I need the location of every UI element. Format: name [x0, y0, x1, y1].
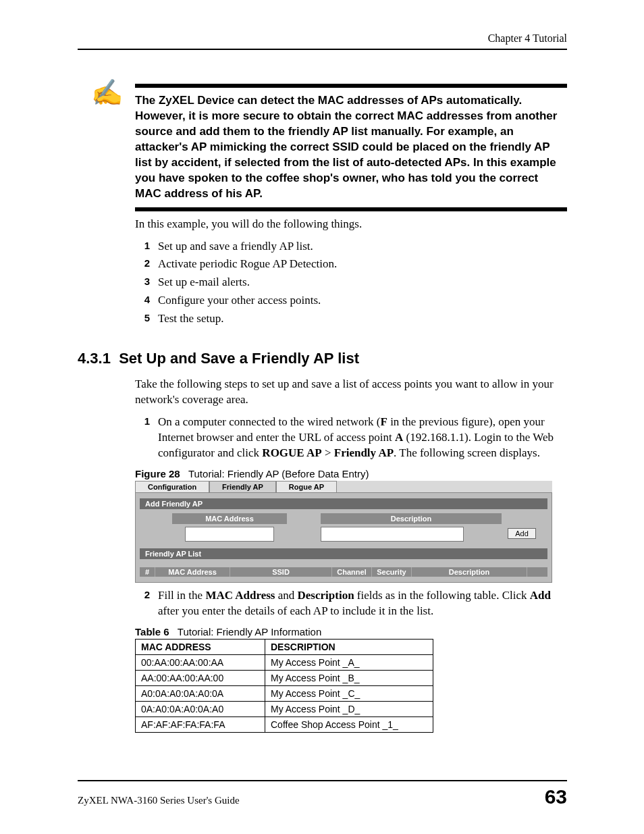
table-row: AF:AF:AF:FA:FA:FACoffee Shop Access Poin…: [136, 716, 433, 732]
note-icon: ✍: [91, 80, 123, 105]
figure-caption: Figure 28 Tutorial: Friendly AP (Before …: [135, 468, 567, 479]
running-header: Chapter 4 Tutorial: [78, 32, 567, 45]
col-header-description: Description: [321, 513, 502, 524]
step-2-text: Fill in the MAC Address and Description …: [158, 588, 567, 619]
list-number: 1: [135, 415, 150, 461]
col-description: Description: [412, 567, 527, 577]
list-number: 3: [135, 275, 150, 290]
section-heading: 4.3.1 Set Up and Save a Friendly AP list: [78, 350, 567, 367]
intro-paragraph: In this example, you will do the followi…: [135, 217, 567, 232]
col-ssid: SSID: [230, 567, 332, 577]
col-channel: Channel: [332, 567, 372, 577]
section-friendly-list: Friendly AP List: [140, 548, 547, 559]
section-add-friendly: Add Friendly AP: [140, 498, 547, 509]
step-1-text: On a computer connected to the wired net…: [158, 415, 567, 461]
list-item: Test the setup.: [158, 311, 567, 327]
col-hash: #: [140, 567, 155, 577]
table-row: AA:00:AA:00:AA:00My Access Point _B_: [136, 670, 433, 685]
col-security: Security: [372, 567, 412, 577]
section-lead: Take the following steps to set up and s…: [135, 377, 567, 408]
list-number: 1: [135, 239, 150, 255]
steps-list: 1 On a computer connected to the wired n…: [135, 415, 567, 461]
list-item: Set up and save a friendly AP list.: [158, 239, 567, 255]
th-mac: MAC ADDRESS: [136, 639, 265, 654]
table-row: A0:0A:A0:0A:A0:0AMy Access Point _C_: [136, 685, 433, 701]
mac-address-input[interactable]: [185, 527, 274, 542]
list-number: 2: [135, 257, 150, 272]
tab-configuration[interactable]: Configuration: [135, 481, 209, 492]
list-number: 4: [135, 293, 150, 309]
section-number: 4.3.1: [78, 350, 111, 367]
list-item: Activate periodic Rogue AP Detection.: [158, 257, 567, 272]
table-row: 0A:A0:0A:A0:0A:A0My Access Point _D_: [136, 701, 433, 716]
table-row: 00:AA:00:AA:00:AAMy Access Point _A_: [136, 654, 433, 670]
callout-text: The ZyXEL Device can detect the MAC addr…: [135, 88, 567, 207]
overview-list: 1Set up and save a friendly AP list. 2Ac…: [135, 239, 567, 328]
add-button[interactable]: Add: [508, 528, 536, 539]
table-caption: Table 6 Tutorial: Friendly AP Informatio…: [135, 626, 567, 637]
tab-rogue-ap[interactable]: Rogue AP: [276, 481, 337, 492]
list-item: Configure your other access points.: [158, 293, 567, 309]
description-input[interactable]: [321, 527, 464, 542]
footer-guide-title: ZyXEL NWA-3160 Series User's Guide: [78, 795, 240, 806]
callout-rule-bottom: [135, 207, 567, 211]
list-header-row: # MAC Address SSID Channel Security Desc…: [140, 567, 547, 577]
header-rule: [78, 49, 567, 50]
footer-rule: [78, 780, 567, 781]
table-6: MAC ADDRESS DESCRIPTION 00:AA:00:AA:00:A…: [135, 639, 433, 733]
list-item: Set up e-mail alerts.: [158, 275, 567, 290]
tab-friendly-ap[interactable]: Friendly AP: [209, 481, 276, 492]
section-title: Set Up and Save a Friendly AP list: [119, 350, 359, 367]
steps-list-cont: 2 Fill in the MAC Address and Descriptio…: [135, 588, 567, 619]
th-desc: DESCRIPTION: [265, 639, 433, 654]
col-mac: MAC Address: [155, 567, 230, 577]
figure-28-screenshot: Configuration Friendly AP Rogue AP Add F…: [135, 481, 552, 583]
col-header-mac: MAC Address: [172, 513, 287, 524]
list-number: 5: [135, 311, 150, 327]
list-number: 2: [135, 588, 150, 619]
page-number: 63: [545, 785, 567, 808]
